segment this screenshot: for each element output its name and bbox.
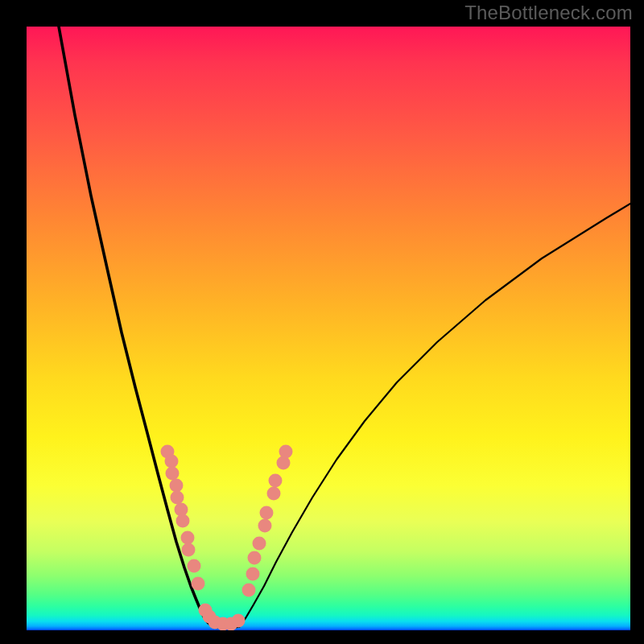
watermark-label: TheBottleneck.com	[464, 2, 633, 24]
data-dot	[165, 455, 179, 469]
data-dot	[258, 519, 272, 533]
dot-group	[161, 445, 293, 631]
data-dot	[166, 467, 180, 481]
data-dot	[279, 445, 293, 459]
plot-area	[27, 27, 630, 630]
curve-right-curve	[239, 204, 630, 626]
data-dot	[253, 537, 266, 551]
data-dot	[269, 474, 283, 488]
data-dot	[181, 531, 195, 545]
data-dot	[192, 577, 205, 591]
data-dot	[242, 584, 256, 597]
data-dot	[188, 559, 201, 573]
data-dot	[232, 614, 246, 628]
data-dot	[277, 456, 291, 470]
data-dot	[260, 506, 274, 520]
data-dot	[176, 514, 190, 528]
chart-stage: TheBottleneck.com	[0, 0, 644, 644]
curve-group	[59, 27, 630, 627]
data-dot	[246, 568, 260, 581]
data-dot	[170, 479, 184, 493]
data-dot	[182, 543, 196, 557]
data-dot	[171, 491, 184, 505]
data-dot	[248, 551, 262, 565]
data-dot	[267, 487, 281, 501]
chart-overlay	[27, 27, 630, 630]
